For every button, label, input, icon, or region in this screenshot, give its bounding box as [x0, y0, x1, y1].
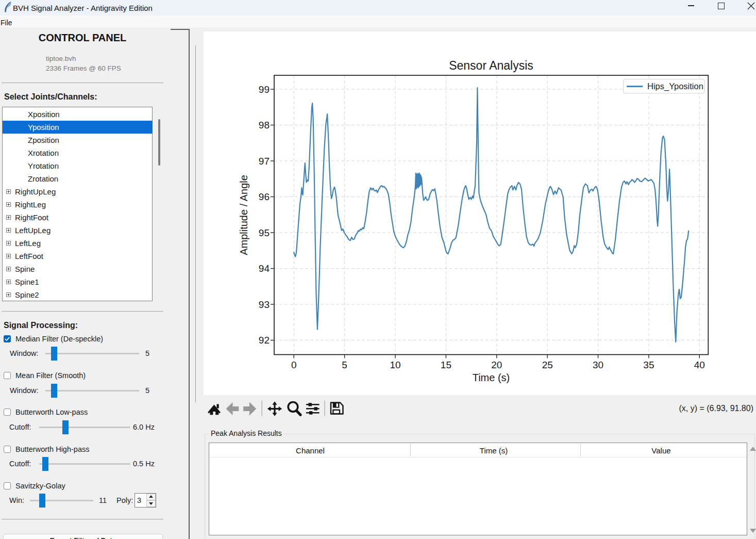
- svg-text:95: 95: [259, 227, 270, 238]
- svg-text:Amplitude / Angle: Amplitude / Angle: [238, 175, 249, 255]
- svg-text:35: 35: [643, 360, 654, 370]
- svg-text:Time (s): Time (s): [473, 372, 510, 383]
- svg-text:94: 94: [259, 263, 270, 274]
- svg-text:5: 5: [342, 360, 347, 370]
- svg-text:93: 93: [259, 299, 270, 310]
- svg-text:98: 98: [259, 120, 270, 130]
- svg-text:30: 30: [593, 360, 603, 370]
- svg-text:25: 25: [542, 360, 553, 370]
- svg-text:15: 15: [441, 360, 451, 370]
- svg-text:Hips_Yposition: Hips_Yposition: [647, 81, 703, 91]
- svg-text:0: 0: [291, 360, 297, 370]
- svg-text:10: 10: [390, 360, 400, 370]
- svg-text:40: 40: [694, 360, 705, 370]
- svg-text:96: 96: [259, 191, 270, 202]
- svg-text:97: 97: [259, 156, 270, 167]
- svg-text:Sensor Analysis: Sensor Analysis: [449, 59, 533, 72]
- svg-text:92: 92: [259, 335, 270, 346]
- svg-text:20: 20: [491, 360, 502, 370]
- svg-text:99: 99: [259, 84, 270, 95]
